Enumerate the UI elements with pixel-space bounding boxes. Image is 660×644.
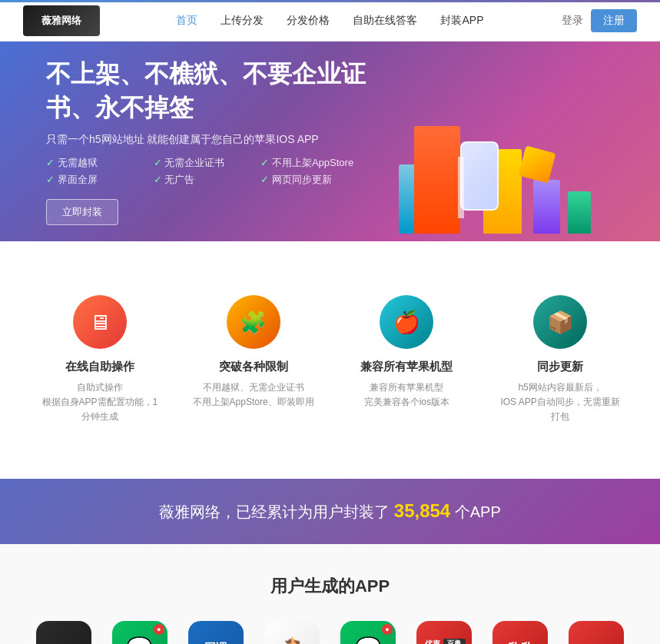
nav-home[interactable]: 首页	[176, 14, 197, 28]
stats-number: 35,854	[394, 500, 450, 521]
hero-cta-button[interactable]: 立即封装	[46, 199, 118, 225]
feature-all-devices: 🍎 兼容所有苹果机型 兼容所有苹果机型 完美兼容各个ios版本	[338, 280, 476, 440]
features-grid: 🖥 在线自助操作 自助式操作 根据自身APP需配置功能，1分钟生成 🧩 突破各种…	[31, 280, 629, 440]
feature-no-limit: 🧩 突破各种限制 不用越狱、无需企业证书 不用上架AppStore、即装即用	[184, 280, 323, 440]
feature-icon-online-op: 🖥	[73, 295, 127, 349]
feature-icon-all-devices: 🍎	[380, 295, 433, 349]
app-icon-discount: 优惠券百趣购	[416, 621, 472, 644]
stats-text: 薇雅网络，已经累计为用户封装了 35,854 个APP	[31, 500, 629, 523]
app-item-lili[interactable]: ≡ 壹立院校	[564, 621, 629, 644]
app-icon-netcourse: 网课	[188, 621, 244, 644]
app-icon-xinxin: 欣欣	[493, 621, 548, 644]
feature-title-all-devices: 兼容所有苹果机型	[346, 360, 469, 374]
nav-pricing[interactable]: 分发价格	[287, 14, 330, 28]
notification-badge-wechat: ●	[154, 624, 164, 635]
feature-sync-update: 📦 同步更新 h5网站内容最新后， IOS APP自动同步，无需重新打包	[491, 280, 629, 440]
app-item-discount[interactable]: 优惠券百趣购 百趣购优惠楼	[412, 621, 477, 644]
ladder	[458, 157, 464, 218]
app-item-tf[interactable]: TF↑ 天帆云课堂	[31, 621, 96, 644]
app-item-xinxin[interactable]: 欣欣 欣欣试用	[488, 621, 553, 644]
app-item-netcourse[interactable]: 网课 网课篮球	[183, 621, 248, 644]
hero-feature-3: 不用上架AppStore	[260, 156, 368, 170]
register-button[interactable]: 注册	[591, 9, 637, 32]
features-section: 🖥 在线自助操作 自助式操作 根据自身APP需配置功能，1分钟生成 🧩 突破各种…	[0, 241, 660, 479]
feature-online-op: 🖥 在线自助操作 自助式操作 根据自身APP需配置功能，1分钟生成	[31, 280, 169, 440]
building-4	[533, 180, 560, 234]
header: 首页 上传分发 分发价格 自助在线答客 封装APP 登录 注册	[0, 0, 660, 41]
hero-title: 不上架、不樵狱、不要企业证书、永不掉签	[46, 58, 368, 125]
notification-badge-wechat2: ●	[382, 624, 393, 635]
app-item-wechat2[interactable]: 💬 ● 微试App	[336, 621, 401, 644]
gold-box	[519, 146, 556, 184]
logo[interactable]	[23, 5, 100, 36]
main-nav: 首页 上传分发 分发价格 自助在线答客 封装APP	[176, 14, 483, 28]
phone-device	[460, 141, 499, 211]
feature-title-sync-update: 同步更新	[499, 360, 622, 374]
app-icon-horse: 🐴	[264, 621, 320, 644]
nav-support[interactable]: 自助在线答客	[353, 14, 417, 28]
apps-section-title: 用户生成的APP	[31, 575, 629, 598]
header-actions: 登录 注册	[562, 9, 637, 32]
apps-grid-row1: TF↑ 天帆云课堂 💬 ● www 网课 网课篮球 🐴 徐仁珍贸易 💬 ● 微试…	[31, 621, 629, 644]
hero-feature-6: 网页同步更新	[260, 173, 368, 187]
feature-desc-online-op: 自助式操作 根据自身APP需配置功能，1分钟生成	[38, 380, 161, 425]
top-progress-bar	[0, 0, 660, 2]
nav-upload[interactable]: 上传分发	[221, 14, 264, 28]
building-5	[568, 191, 591, 234]
feature-title-online-op: 在线自助操作	[38, 360, 161, 374]
hero-content: 不上架、不樵狱、不要企业证书、永不掉签 只需一个h5网站地址 就能创建属于您自己…	[46, 58, 368, 225]
app-icon-wechat: 💬 ●	[112, 621, 167, 644]
app-icon-tf: TF↑	[36, 621, 91, 644]
app-icon-wechat2: 💬 ●	[340, 621, 396, 644]
feature-icon-no-limit: 🧩	[227, 295, 280, 349]
stats-suffix: 个APP	[455, 503, 501, 520]
app-icon-lili: ≡	[569, 621, 624, 644]
login-button[interactable]: 登录	[562, 14, 583, 28]
app-item-horse[interactable]: 🐴 徐仁珍贸易	[259, 621, 324, 644]
hero-subtitle: 只需一个h5网站地址 就能创建属于您自己的苹果IOS APP	[46, 133, 368, 147]
logo-image	[23, 5, 100, 36]
feature-desc-no-limit: 不用越狱、无需企业证书 不用上架AppStore、即装即用	[192, 380, 315, 410]
stats-prefix: 薇雅网络，已经累计为用户封装了	[159, 503, 390, 520]
feature-icon-sync-update: 📦	[533, 295, 587, 349]
hero-feature-4: 界面全屏	[46, 173, 154, 187]
hero-banner: 不上架、不樵狱、不要企业证书、永不掉签 只需一个h5网站地址 就能创建属于您自己…	[0, 41, 660, 241]
nav-package[interactable]: 封装APP	[440, 14, 483, 28]
hero-illustration	[368, 49, 614, 234]
stats-banner: 薇雅网络，已经累计为用户封装了 35,854 个APP	[0, 479, 660, 544]
apps-section: 用户生成的APP TF↑ 天帆云课堂 💬 ● www 网课 网课篮球 🐴 徐仁珍…	[0, 544, 660, 644]
hero-features: 无需越狱 无需企业证书 不用上架AppStore 界面全屏 无广告 网页同步更新	[46, 156, 368, 187]
feature-desc-sync-update: h5网站内容最新后， IOS APP自动同步，无需重新打包	[499, 380, 622, 425]
feature-desc-all-devices: 兼容所有苹果机型 完美兼容各个ios版本	[346, 380, 469, 410]
hero-feature-2: 无需企业证书	[154, 156, 261, 170]
hero-feature-5: 无广告	[154, 173, 261, 187]
building-1	[414, 126, 460, 234]
feature-title-no-limit: 突破各种限制	[192, 360, 315, 374]
app-item-wechat[interactable]: 💬 ● www	[107, 621, 172, 644]
hero-feature-1: 无需越狱	[46, 156, 154, 170]
